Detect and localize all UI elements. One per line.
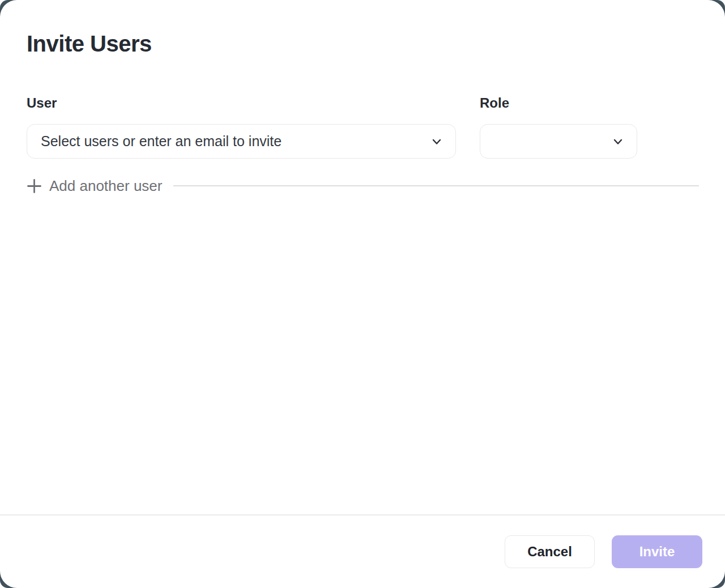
user-select-placeholder: Select users or enter an email to invite [41, 133, 430, 150]
invite-form-row: User Select users or enter an email to i… [27, 95, 699, 159]
modal-title: Invite Users [27, 29, 699, 58]
role-field-label: Role [480, 95, 637, 111]
chevron-down-icon [430, 135, 443, 148]
cancel-button[interactable]: Cancel [505, 535, 595, 568]
invite-button[interactable]: Invite [612, 535, 702, 568]
user-field: User Select users or enter an email to i… [27, 95, 456, 159]
add-another-user-row: Add another user [27, 174, 699, 197]
modal-footer: Cancel Invite [0, 514, 725, 588]
user-field-label: User [27, 95, 456, 111]
role-field: Role [480, 95, 637, 159]
user-select[interactable]: Select users or enter an email to invite [27, 124, 456, 159]
chevron-down-icon [612, 135, 624, 148]
modal-body: Invite Users User Select users or enter … [0, 0, 725, 514]
add-another-user-button[interactable]: Add another user [27, 177, 162, 195]
add-another-user-label: Add another user [49, 177, 162, 195]
role-select[interactable] [480, 124, 637, 159]
horizontal-divider [173, 185, 699, 186]
plus-icon [27, 178, 42, 194]
invite-users-modal: Invite Users User Select users or enter … [0, 0, 725, 588]
